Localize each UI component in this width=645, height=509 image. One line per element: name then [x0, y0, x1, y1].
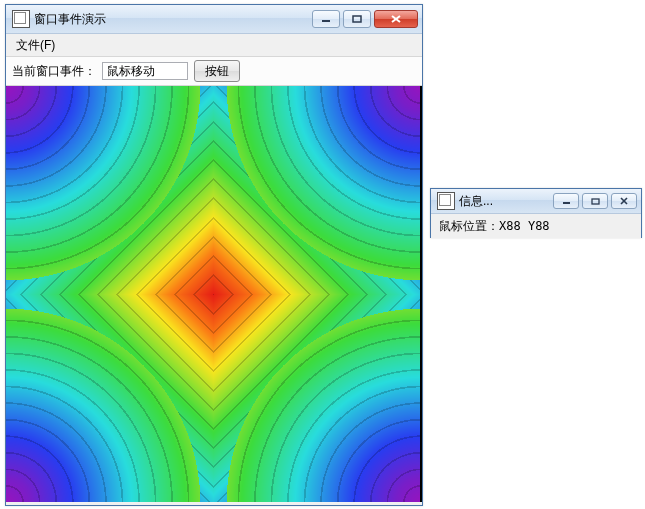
menu-file[interactable]: 文件(F)	[10, 35, 61, 56]
minimize-icon	[562, 198, 571, 205]
minimize-button[interactable]	[553, 193, 579, 209]
toolbar: 当前窗口事件： 按钮	[6, 57, 422, 86]
menubar: 文件(F)	[6, 34, 422, 57]
close-button[interactable]	[374, 10, 418, 28]
minimize-button[interactable]	[312, 10, 340, 28]
event-label: 当前窗口事件：	[12, 63, 96, 80]
minimize-icon	[321, 15, 331, 23]
svg-rect-1	[353, 16, 361, 22]
maximize-icon	[591, 198, 600, 205]
app-icon	[12, 10, 30, 28]
mouse-pos-x: X88	[499, 219, 521, 233]
close-icon	[619, 197, 629, 205]
window-buttons	[312, 10, 422, 28]
info-titlebar[interactable]: 信息...	[431, 189, 641, 214]
pattern-canvas-area	[6, 86, 422, 502]
mouse-pos-label: 鼠标位置：	[439, 219, 499, 233]
app-icon	[437, 192, 455, 210]
info-window-title: 信息...	[459, 193, 553, 210]
main-window: 窗口事件演示 文件(F) 当前窗口事件： 按钮	[5, 4, 423, 506]
mouse-pos-y: Y88	[528, 219, 550, 233]
close-button[interactable]	[611, 193, 637, 209]
pattern-canvas[interactable]	[6, 86, 420, 502]
action-button[interactable]: 按钮	[194, 60, 240, 82]
event-input[interactable]	[102, 62, 188, 80]
maximize-icon	[352, 15, 362, 23]
maximize-button[interactable]	[582, 193, 608, 209]
svg-rect-5	[592, 199, 599, 204]
maximize-button[interactable]	[343, 10, 371, 28]
info-window: 信息... 鼠标位置：X88 Y88	[430, 188, 642, 238]
main-titlebar[interactable]: 窗口事件演示	[6, 5, 422, 34]
window-buttons	[553, 193, 641, 209]
close-icon	[390, 14, 402, 24]
main-window-title: 窗口事件演示	[34, 11, 312, 28]
info-body: 鼠标位置：X88 Y88	[431, 214, 641, 238]
